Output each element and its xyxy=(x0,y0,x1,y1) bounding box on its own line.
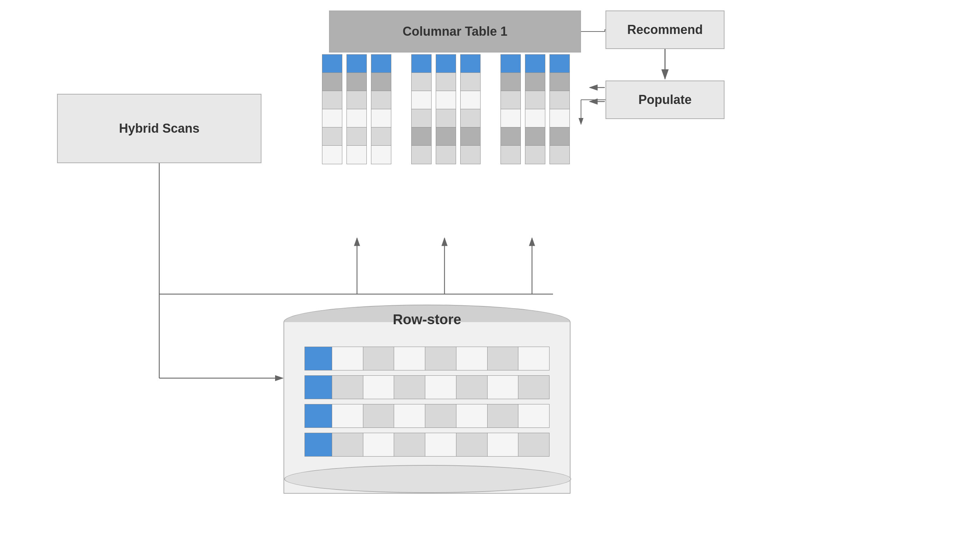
cell xyxy=(412,127,431,146)
cell xyxy=(525,55,545,73)
columnar-table-box: Columnar Table 1 xyxy=(329,11,581,53)
rowstore-container: Row-store xyxy=(283,305,571,508)
cell xyxy=(525,109,545,127)
row-cell xyxy=(332,376,363,399)
cell xyxy=(461,109,480,127)
row-cell xyxy=(425,433,457,456)
row-cell xyxy=(425,404,457,428)
row-cell xyxy=(488,433,519,456)
col-strip-2-3 xyxy=(460,54,480,164)
cell xyxy=(550,146,570,164)
cell xyxy=(347,73,366,91)
row-cell xyxy=(394,347,425,370)
cell xyxy=(550,55,570,73)
col-strip-1-3 xyxy=(371,54,391,164)
col-strip-2-2 xyxy=(436,54,456,164)
cell xyxy=(322,73,342,91)
row-cell xyxy=(519,433,549,456)
cell xyxy=(412,109,431,127)
cell xyxy=(436,146,456,164)
col-strip-3-2 xyxy=(525,54,545,164)
cell xyxy=(461,91,480,109)
cell xyxy=(461,73,480,91)
row-cell xyxy=(488,404,519,428)
cell xyxy=(525,73,545,91)
cell xyxy=(550,73,570,91)
cell xyxy=(322,127,342,146)
col-strip-1-1 xyxy=(322,54,342,164)
cell xyxy=(501,73,520,91)
cell xyxy=(371,55,391,73)
cell xyxy=(371,146,391,164)
row-cell xyxy=(425,376,457,399)
cell xyxy=(501,127,520,146)
cell xyxy=(550,109,570,127)
rowstore-label: Row-store xyxy=(283,312,571,327)
row-cell xyxy=(519,376,549,399)
cell xyxy=(436,109,456,127)
column-group-2 xyxy=(411,54,480,164)
cell xyxy=(525,146,545,164)
row-cell xyxy=(394,376,425,399)
cell xyxy=(461,127,480,146)
rowstore-rows xyxy=(304,347,549,457)
row-cell xyxy=(457,376,488,399)
cell xyxy=(550,91,570,109)
row-cell xyxy=(363,404,395,428)
row-cell-blue xyxy=(305,347,332,370)
row-cell xyxy=(363,433,395,456)
recommend-box: Recommend xyxy=(606,11,724,49)
cell xyxy=(550,127,570,146)
table-row xyxy=(304,347,549,371)
row-cell xyxy=(488,347,519,370)
cell xyxy=(436,73,456,91)
cell xyxy=(347,146,366,164)
cell xyxy=(461,55,480,73)
cell xyxy=(412,73,431,91)
cell xyxy=(371,109,391,127)
row-cell xyxy=(332,404,363,428)
cell xyxy=(501,109,520,127)
cell xyxy=(501,55,520,73)
column-group-1 xyxy=(322,54,391,164)
row-cell xyxy=(332,347,363,370)
row-cell xyxy=(519,404,549,428)
cell xyxy=(347,91,366,109)
cell xyxy=(501,146,520,164)
cell xyxy=(322,146,342,164)
hybrid-scans-label: Hybrid Scans xyxy=(119,121,199,136)
cell xyxy=(436,55,456,73)
row-cell xyxy=(519,347,549,370)
populate-label: Populate xyxy=(638,92,692,107)
row-cell xyxy=(363,347,395,370)
cell xyxy=(525,127,545,146)
col-strip-2-1 xyxy=(411,54,431,164)
cell xyxy=(371,73,391,91)
column-group-3 xyxy=(501,54,570,164)
cell xyxy=(347,55,366,73)
cell xyxy=(347,127,366,146)
row-cell xyxy=(332,433,363,456)
row-cell-blue xyxy=(305,404,332,428)
cell xyxy=(347,109,366,127)
row-cell xyxy=(457,347,488,370)
cell xyxy=(412,146,431,164)
recommend-label: Recommend xyxy=(627,22,703,37)
table-row xyxy=(304,433,549,457)
row-cell xyxy=(457,404,488,428)
cell xyxy=(322,55,342,73)
diagram-container: Hybrid Scans Columnar Table 1 Recommend … xyxy=(0,0,980,549)
columnar-table-label: Columnar Table 1 xyxy=(402,24,507,39)
col-strip-3-3 xyxy=(549,54,570,164)
cell xyxy=(525,91,545,109)
cell xyxy=(412,91,431,109)
table-row xyxy=(304,376,549,399)
cell xyxy=(322,109,342,127)
hybrid-scans-box: Hybrid Scans xyxy=(57,94,261,163)
row-cell xyxy=(363,376,395,399)
cell xyxy=(501,91,520,109)
cell xyxy=(461,146,480,164)
row-cell xyxy=(425,347,457,370)
cylinder-bottom-ellipse xyxy=(284,465,571,493)
row-cell-blue xyxy=(305,433,332,456)
